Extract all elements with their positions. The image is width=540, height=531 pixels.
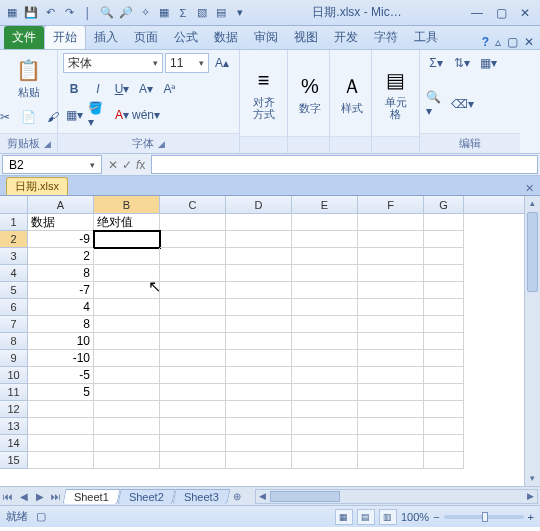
cell-D11[interactable] — [226, 384, 292, 401]
cell-A14[interactable] — [28, 435, 94, 452]
sort-button[interactable]: ⇅▾ — [451, 53, 473, 73]
zoom-thumb[interactable] — [482, 512, 488, 522]
formula-input[interactable] — [151, 155, 538, 174]
cell-C3[interactable] — [160, 248, 226, 265]
row-header-7[interactable]: 7 — [0, 316, 28, 333]
tab-layout[interactable]: 页面 — [126, 26, 166, 49]
autosum-icon[interactable]: Σ — [175, 5, 191, 21]
copy-icon[interactable]: 📄 — [18, 107, 40, 127]
alignment-button[interactable]: ≡对齐方式 — [245, 53, 282, 133]
ribbon-minimize-icon[interactable]: ▵ — [495, 35, 501, 49]
table-icon[interactable]: ▦ — [156, 5, 172, 21]
sheet-nav-prev-icon[interactable]: ◀ — [16, 491, 32, 502]
cell-F9[interactable] — [358, 350, 424, 367]
bold-button[interactable]: B — [63, 79, 85, 99]
cell-E2[interactable] — [292, 231, 358, 248]
cell-C2[interactable] — [160, 231, 226, 248]
cell-A4[interactable]: 8 — [28, 265, 94, 282]
cell-E11[interactable] — [292, 384, 358, 401]
cell-A5[interactable]: -7 — [28, 282, 94, 299]
cell-G3[interactable] — [424, 248, 464, 265]
close-icon[interactable]: ✕ — [514, 5, 536, 21]
cell-E13[interactable] — [292, 418, 358, 435]
cell-G15[interactable] — [424, 452, 464, 469]
cell-G13[interactable] — [424, 418, 464, 435]
cell-C8[interactable] — [160, 333, 226, 350]
row-header-11[interactable]: 11 — [0, 384, 28, 401]
cell-C9[interactable] — [160, 350, 226, 367]
tab-insert[interactable]: 插入 — [86, 26, 126, 49]
qat-icon-2[interactable]: ▤ — [213, 5, 229, 21]
cell-G2[interactable] — [424, 231, 464, 248]
cell-E5[interactable] — [292, 282, 358, 299]
cell-B13[interactable] — [94, 418, 160, 435]
underline-button[interactable]: U ▾ — [111, 79, 133, 99]
new-sheet-icon[interactable]: ⊕ — [229, 491, 245, 502]
cell-B3[interactable] — [94, 248, 160, 265]
horizontal-scrollbar[interactable]: ◀ ▶ — [255, 489, 538, 504]
hscroll-thumb[interactable] — [270, 491, 340, 502]
cell-D3[interactable] — [226, 248, 292, 265]
cell-A2[interactable]: -9 — [28, 231, 94, 248]
cell-F11[interactable] — [358, 384, 424, 401]
cell-F15[interactable] — [358, 452, 424, 469]
cell-C5[interactable] — [160, 282, 226, 299]
grow-font-icon[interactable]: A▴ — [211, 53, 233, 73]
superscript-icon[interactable]: Aᵃ — [159, 79, 181, 99]
cell-A1[interactable]: 数据 — [28, 214, 94, 231]
cell-C6[interactable] — [160, 299, 226, 316]
row-header-9[interactable]: 9 — [0, 350, 28, 367]
workbook-tab[interactable]: 日期.xlsx — [6, 177, 68, 195]
cell-A12[interactable] — [28, 401, 94, 418]
cell-F2[interactable] — [358, 231, 424, 248]
cell-G4[interactable] — [424, 265, 464, 282]
cell-F4[interactable] — [358, 265, 424, 282]
cell-B11[interactable] — [94, 384, 160, 401]
styles-button[interactable]: Ａ样式 — [335, 53, 369, 133]
cell-G5[interactable] — [424, 282, 464, 299]
cell-G7[interactable] — [424, 316, 464, 333]
sheet-nav-last-icon[interactable]: ⏭ — [48, 491, 64, 502]
zoom-out-icon[interactable]: − — [433, 511, 439, 523]
cell-B10[interactable] — [94, 367, 160, 384]
cell-D4[interactable] — [226, 265, 292, 282]
name-box[interactable]: B2▾ — [2, 155, 102, 174]
row-header-10[interactable]: 10 — [0, 367, 28, 384]
help-icon[interactable]: ? — [482, 35, 489, 49]
cell-F10[interactable] — [358, 367, 424, 384]
sheet-tab-1[interactable]: Sheet1 — [62, 489, 120, 504]
font-size-combo[interactable]: 11▾ — [165, 53, 209, 73]
cell-B6[interactable] — [94, 299, 160, 316]
border-button[interactable]: ▦▾ — [63, 105, 85, 125]
zoom-in-icon[interactable]: + — [528, 511, 534, 523]
number-button[interactable]: %数字 — [293, 53, 327, 133]
row-header-3[interactable]: 3 — [0, 248, 28, 265]
workbook-close-icon[interactable]: ✕ — [525, 182, 534, 195]
tab-home[interactable]: 开始 — [44, 25, 86, 49]
cell-F3[interactable] — [358, 248, 424, 265]
cell-G8[interactable] — [424, 333, 464, 350]
find-button[interactable]: 🔍▾ — [425, 94, 447, 114]
cell-B5[interactable] — [94, 282, 160, 299]
tab-view[interactable]: 视图 — [286, 26, 326, 49]
cell-D12[interactable] — [226, 401, 292, 418]
scroll-left-icon[interactable]: ◀ — [256, 490, 269, 503]
row-header-8[interactable]: 8 — [0, 333, 28, 350]
cell-B12[interactable] — [94, 401, 160, 418]
cell-G1[interactable] — [424, 214, 464, 231]
page-break-view-icon[interactable]: ▥ — [379, 509, 397, 525]
cell-B4[interactable] — [94, 265, 160, 282]
cell-A9[interactable]: -10 — [28, 350, 94, 367]
row-header-6[interactable]: 6 — [0, 299, 28, 316]
cell-G9[interactable] — [424, 350, 464, 367]
cell-B9[interactable] — [94, 350, 160, 367]
italic-button[interactable]: I — [87, 79, 109, 99]
cell-D6[interactable] — [226, 299, 292, 316]
cell-F1[interactable] — [358, 214, 424, 231]
minimize-icon[interactable]: — — [466, 5, 488, 21]
font-color-button[interactable]: A▾ — [111, 105, 133, 125]
tab-data[interactable]: 数据 — [206, 26, 246, 49]
cell-A7[interactable]: 8 — [28, 316, 94, 333]
cell-E14[interactable] — [292, 435, 358, 452]
tab-review[interactable]: 审阅 — [246, 26, 286, 49]
